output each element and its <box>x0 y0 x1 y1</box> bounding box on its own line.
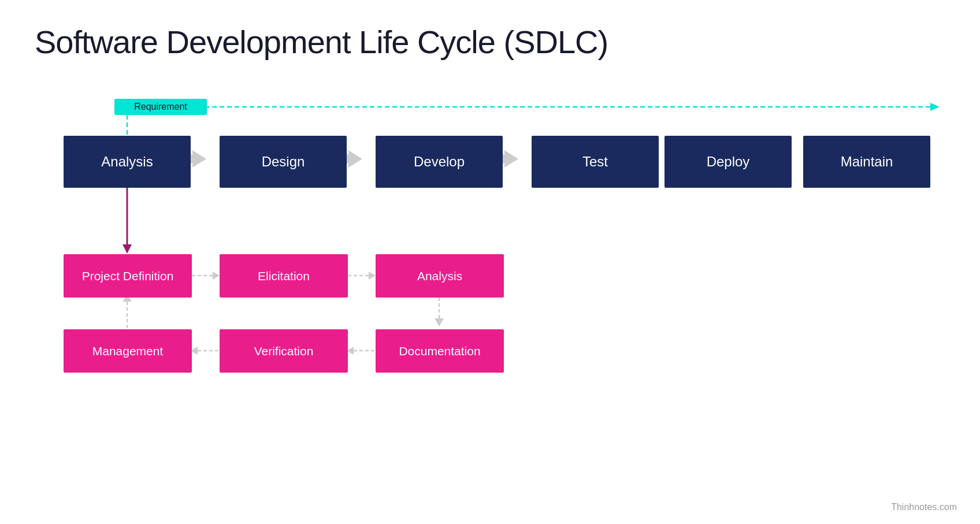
page-title: Software Development Life Cycle (SDLC) <box>35 23 945 61</box>
phase-maintain: Maintain <box>803 136 930 188</box>
phase-analysis: Analysis <box>64 136 191 188</box>
diagram-area: Requirement <box>35 90 945 494</box>
sub-management: Management <box>64 329 192 373</box>
phase-design: Design <box>220 136 347 188</box>
phase-develop: Develop <box>376 136 503 188</box>
svg-marker-7 <box>348 150 362 168</box>
svg-marker-24 <box>369 272 376 280</box>
sub-verification: Verification <box>220 329 348 373</box>
requirement-label: Requirement <box>134 102 187 112</box>
svg-marker-10 <box>504 150 518 168</box>
phase-deploy: Deploy <box>665 136 792 188</box>
svg-marker-22 <box>213 272 220 280</box>
sub-elicitation: Elicitation <box>220 254 348 298</box>
watermark: Thinhnotes.com <box>891 502 957 512</box>
phase-test: Test <box>532 136 659 188</box>
page-container: Software Development Life Cycle (SDLC) R… <box>0 0 980 524</box>
svg-marker-20 <box>122 244 132 254</box>
svg-marker-4 <box>192 150 206 168</box>
svg-marker-1 <box>930 103 940 111</box>
svg-rect-2 <box>114 99 207 115</box>
sub-analysis: Analysis <box>376 254 504 298</box>
sub-documentation: Documentation <box>376 329 504 373</box>
svg-marker-26 <box>435 318 444 326</box>
sub-project-definition: Project Definition <box>64 254 192 298</box>
